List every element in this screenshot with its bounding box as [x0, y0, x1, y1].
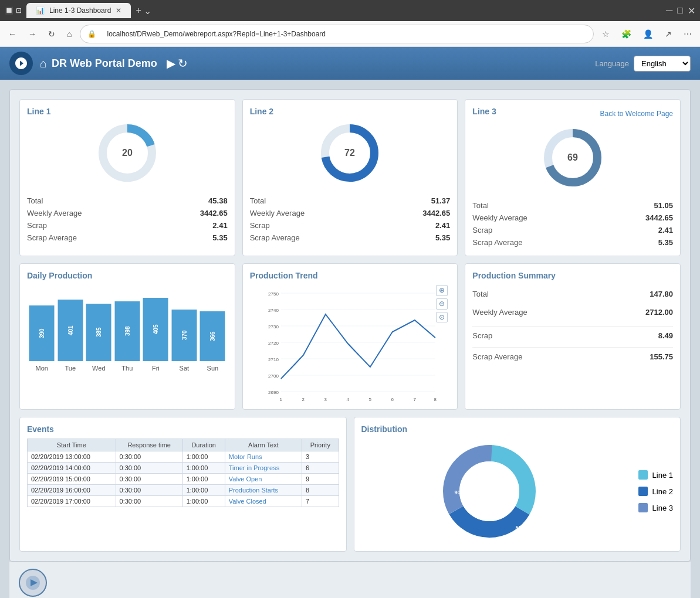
line3-total-label: Total	[472, 201, 488, 210]
tab-list-btn[interactable]: ⌄	[144, 5, 151, 16]
line1-panel: Line 1 20 Total 45.38 Weekly Average	[19, 99, 235, 256]
svg-text:4: 4	[346, 397, 349, 402]
bar-wed-value: 385	[86, 304, 111, 361]
maximize-btn[interactable]: □	[677, 5, 683, 16]
summary-total-row: Total 147.80	[472, 285, 673, 303]
event-response: 0:30:00	[116, 496, 182, 507]
events-col-duration: Duration	[182, 439, 225, 451]
event-alarm: Motor Runs	[225, 451, 302, 463]
legend-line1-label: Line 1	[652, 471, 673, 480]
summary-total-value: 147.80	[650, 290, 673, 298]
line3-weekly-row: Weekly Average 3442.65	[472, 212, 673, 224]
bar-sat: 370	[172, 310, 197, 361]
legend-line1: Line 1	[638, 470, 673, 480]
svg-text:2700: 2700	[268, 373, 279, 379]
svg-text:2730: 2730	[268, 324, 279, 329]
line2-total-row: Total 51.37	[250, 195, 451, 207]
line1-donut-chart: 20	[95, 121, 160, 185]
event-row: 02/20/2019 17:00:00 0:30:00 1:00:00 Valv…	[28, 496, 339, 507]
home-btn[interactable]: ⌂	[40, 57, 47, 70]
line2-donut-container: 72	[250, 121, 451, 185]
browser-nav: ← → ↻ ⌂ 🔒 ☆ 🧩 👤 ↗ ⋯	[0, 21, 700, 47]
production-trend-title: Production Trend	[250, 271, 451, 280]
zoom-in-btn[interactable]: ⊕	[436, 285, 448, 296]
svg-text:2710: 2710	[268, 357, 279, 362]
summary-total-label: Total	[472, 290, 488, 298]
bar-fri: 405	[143, 298, 168, 361]
line3-scrap-value: 2.41	[658, 226, 673, 235]
play-btn[interactable]: ▶	[167, 56, 175, 70]
svg-text:550: 550	[515, 525, 524, 531]
bar-label-sun: Sun	[200, 365, 225, 372]
line3-donut-chart: 69	[540, 125, 605, 190]
top-row: Line 1 20 Total 45.38 Weekly Average	[19, 99, 681, 256]
event-response: 0:30:00	[116, 485, 182, 496]
bar-label-thu: Thu	[115, 365, 140, 372]
event-row: 02/20/2019 14:00:00 0:30:00 1:00:00 Time…	[28, 463, 339, 474]
bookmark-btn[interactable]: ☆	[598, 27, 613, 41]
line3-donut-value: 69	[567, 152, 578, 162]
bar-wed: 385	[86, 304, 111, 361]
close-btn[interactable]: ✕	[688, 5, 695, 16]
back-to-welcome-link[interactable]: Back to Welcome Page	[600, 110, 673, 118]
zoom-reset-btn[interactable]: ⊙	[436, 312, 448, 323]
line1-scrap-avg-value: 5.35	[212, 233, 227, 242]
svg-text:2690: 2690	[268, 390, 279, 395]
trend-chart: 2750 2740 2730 2720 2710 2700 2690	[250, 285, 451, 402]
app-logo	[9, 52, 33, 75]
bar-label-mon: Mon	[29, 365, 55, 372]
line2-scrap-avg-value: 5.35	[435, 233, 450, 242]
line1-scrap-value: 2.41	[212, 221, 227, 230]
bar-thu: 398	[115, 301, 140, 361]
line1-scrap-label: Scrap	[27, 221, 47, 230]
svg-text:2740: 2740	[268, 308, 279, 313]
event-priority: 9	[302, 474, 339, 485]
daily-production-title: Daily Production	[27, 271, 228, 280]
language-select[interactable]: English	[634, 56, 691, 72]
event-duration: 1:00:00	[182, 451, 225, 463]
forward-btn[interactable]: →	[25, 27, 40, 41]
line2-weekly-value: 3442.65	[422, 209, 450, 218]
line3-weekly-label: Weekly Average	[472, 213, 527, 222]
line2-total-value: 51.37	[431, 196, 451, 205]
bottom-row: Events Start Time Response time Duration…	[19, 417, 681, 552]
svg-text:900: 900	[454, 490, 463, 495]
footer-area	[9, 562, 691, 598]
summary-scrap-avg-row: Scrap Average 155.75	[472, 347, 673, 366]
events-body: 02/20/2019 13:00:00 0:30:00 1:00:00 Moto…	[28, 451, 339, 507]
extensions-btn[interactable]: 🧩	[618, 27, 635, 41]
event-alarm: Timer in Progress	[225, 463, 302, 474]
events-title: Events	[27, 424, 339, 434]
language-label: Language	[595, 59, 629, 68]
event-row: 02/20/2019 16:00:00 0:30:00 1:00:00 Prod…	[28, 485, 339, 496]
minimize-btn[interactable]: ─	[666, 5, 672, 16]
trend-chart-area: 2750 2740 2730 2720 2710 2700 2690	[250, 285, 451, 402]
profile-btn[interactable]: 👤	[640, 27, 657, 41]
events-col-start: Start Time	[28, 439, 116, 451]
event-row: 02/20/2019 15:00:00 0:30:00 1:00:00 Valv…	[28, 474, 339, 485]
tab-close-btn[interactable]: ✕	[116, 6, 121, 15]
line1-total-label: Total	[27, 196, 43, 205]
bar-labels: Mon Tue Wed Thu Fri Sat Sun	[27, 365, 228, 372]
browser-tab[interactable]: 📊 Line 1-3 Dashboard ✕	[26, 3, 131, 18]
line3-stats: Total 51.05 Weekly Average 3442.65 Scrap…	[472, 199, 673, 249]
address-input[interactable]	[100, 28, 586, 40]
event-alarm: Valve Closed	[225, 496, 302, 507]
line2-stats: Total 51.37 Weekly Average 3442.65 Scrap…	[250, 195, 451, 244]
svg-text:2750: 2750	[268, 291, 279, 297]
legend-line3: Line 3	[638, 503, 673, 512]
refresh-header-btn[interactable]: ↻	[178, 56, 188, 70]
menu-btn[interactable]: ⋯	[680, 27, 695, 41]
refresh-btn[interactable]: ↻	[45, 27, 59, 41]
home-btn[interactable]: ⌂	[63, 27, 75, 41]
svg-text:8: 8	[434, 397, 437, 402]
legend-line1-color	[638, 470, 648, 480]
new-tab-btn[interactable]: +	[136, 5, 141, 16]
events-col-priority: Priority	[302, 439, 339, 451]
line2-panel: Line 2 72 Total 51.37 Weekly Average	[242, 99, 458, 256]
share-btn[interactable]: ↗	[661, 27, 675, 41]
back-btn[interactable]: ←	[5, 27, 20, 41]
zoom-out-btn[interactable]: ⊖	[436, 298, 448, 310]
line3-header: Line 3 Back to Welcome Page	[472, 107, 673, 121]
distribution-title: Distribution	[361, 424, 674, 434]
